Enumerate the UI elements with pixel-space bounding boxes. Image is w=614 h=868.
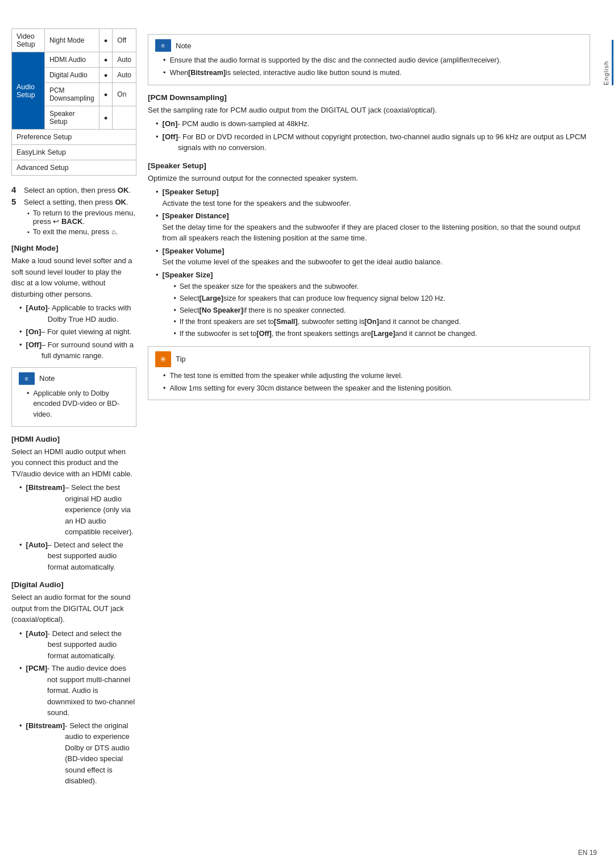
sidebar-item-video-setup[interactable]: Video Setup: [12, 29, 45, 52]
list-item: [Speaker Volume] Set the volume level of…: [156, 246, 590, 268]
menu-item-digital-audio: Digital Audio: [44, 68, 99, 83]
night-mode-section: [Night Mode] Make a loud sound level sof…: [11, 244, 136, 362]
list-item: [Auto] – Detect and select the best supp…: [19, 539, 136, 573]
list-item: [Bitstream] - Select the original audio …: [19, 720, 136, 787]
main-content: ≡ Note Ensure that the audio format is s…: [136, 17, 601, 851]
list-item: [Auto] - Applicable to tracks with Dolby…: [19, 302, 136, 325]
menu-dot-hdmi: ●: [99, 52, 113, 68]
note-title-1: Note: [39, 374, 55, 383]
list-item: If the front speakers are set to [Small]…: [174, 317, 477, 327]
home-icon: ⌂: [111, 227, 116, 236]
menu-item-pcm: PCM Downsampling: [44, 83, 99, 106]
note-list-1: Applicable only to Dolby encoded DVD-vid…: [27, 388, 129, 420]
bullet-back: •: [27, 210, 30, 217]
list-item: [Auto] - Detect and select the best supp…: [19, 628, 136, 662]
list-item: [On] - PCM audio is down-sampled at 48kH…: [156, 118, 590, 130]
list-item: Select [Large] size for speakers that ca…: [174, 293, 477, 304]
list-item: [On] – For quiet viewing at night.: [19, 326, 136, 338]
list-item: Ensure that the audio format is supporte…: [163, 55, 583, 66]
menu-value-speaker: [113, 106, 136, 130]
sidebar-item-audio-setup[interactable]: Audio Setup: [12, 52, 45, 130]
speaker-setup-bullets: [Speaker Setup] Activate the test tone f…: [156, 186, 590, 340]
step-num-5: 5: [11, 197, 19, 206]
menu-dot-digital: ●: [99, 68, 113, 83]
hdmi-audio-title: [HDMI Audio]: [11, 435, 136, 443]
digital-audio-title: [Digital Audio]: [11, 580, 136, 589]
sidebar: Video Setup Night Mode ● Off Audio Setup…: [0, 17, 136, 851]
page-footer: EN 19: [578, 849, 597, 857]
two-col-layout: ≡ Note Ensure that the audio format is s…: [148, 28, 590, 406]
sub-step-back: • To return to the previous menu, press …: [27, 209, 136, 226]
note-header-1: ≡ Note: [19, 372, 129, 385]
sub-step-home-text: To exit the menu, press ⌂.: [33, 227, 118, 236]
tip-title: Tip: [176, 355, 186, 363]
hdmi-audio-bullets: [Bitstream] – Select the best original H…: [19, 482, 136, 572]
menu-dot-speaker: ●: [99, 106, 113, 130]
step-text-5: Select a setting, then press OK.: [24, 198, 128, 206]
tip-box: ✳ Tip The test tone is emitted from the …: [148, 346, 590, 401]
list-item: Allow 1ms setting for every 30cm distanc…: [163, 383, 583, 394]
note-title-2: Note: [176, 41, 191, 50]
menu-value-on: On: [113, 83, 136, 106]
night-mode-body: Make a loud sound level softer and a sof…: [11, 255, 136, 300]
sidebar-item-easylink-setup[interactable]: EasyLink Setup: [12, 145, 136, 160]
note-list-2: Ensure that the audio format is supporte…: [163, 55, 583, 78]
pcm-section: [PCM Downsampling] Set the sampling rate…: [148, 93, 590, 153]
list-item: [Off] – For surround sound with a full d…: [19, 339, 136, 362]
digital-audio-body: Select an audio format for the sound out…: [11, 592, 136, 625]
note-header-2: ≡ Note: [155, 39, 583, 52]
hdmi-audio-section: [HDMI Audio] Select an HDMI audio output…: [11, 435, 136, 573]
pcm-bullets: [On] - PCM audio is down-sampled at 48kH…: [156, 118, 590, 153]
list-item: [Speaker Setup] Activate the test tone f…: [156, 186, 590, 209]
menu-value-off: Off: [113, 29, 136, 52]
step-5: 5 Select a setting, then press OK.: [11, 197, 136, 206]
pcm-title: [PCM Downsampling]: [148, 93, 590, 102]
sub-steps: • To return to the previous menu, press …: [27, 209, 136, 236]
col-right: ≡ Note Ensure that the audio format is s…: [148, 28, 590, 406]
sub-step-back-text: To return to the previous menu, press ↩ …: [33, 209, 136, 226]
speaker-setup-section: [Speaker Setup] Optimize the surround ou…: [148, 161, 590, 340]
list-item: [Off] - For BD or DVD recorded in LPCM w…: [156, 131, 590, 153]
list-item: Applicable only to Dolby encoded DVD-vid…: [27, 388, 129, 420]
note-icon-1: ≡: [19, 372, 35, 385]
list-item: When [Bitstream] is selected, interactiv…: [163, 68, 583, 78]
list-item: [Speaker Distance] Set the delay time fo…: [156, 210, 590, 244]
tip-header: ✳ Tip: [155, 351, 583, 367]
list-item: Set the speaker size for the speakers an…: [174, 281, 477, 292]
sub-step-home: • To exit the menu, press ⌂.: [27, 227, 136, 236]
hdmi-audio-body: Select an HDMI audio output when you con…: [11, 446, 136, 480]
step-4: 4 Select an option, then press OK.: [11, 185, 136, 194]
list-item: If the subwoofer is set to [Off], the fr…: [174, 329, 477, 339]
vertical-sidebar: English: [601, 17, 614, 851]
bullet-home: •: [27, 229, 30, 235]
speaker-size-sub-bullets: Set the speaker size for the speakers an…: [174, 281, 477, 339]
speaker-setup-body: Optimize the surround output for the con…: [148, 173, 590, 184]
note-icon-2: ≡: [155, 39, 171, 52]
step-text-4: Select an option, then press OK.: [24, 186, 131, 194]
menu-value-auto1: Auto: [113, 52, 136, 68]
list-item: The test tone is emitted from the speake…: [163, 371, 583, 381]
menu-item-hdmi-audio: HDMI Audio: [44, 52, 99, 68]
note-box-1: ≡ Note Applicable only to Dolby encoded …: [11, 367, 136, 427]
digital-audio-bullets: [Auto] - Detect and select the best supp…: [19, 628, 136, 787]
list-item: [Bitstream] – Select the best original H…: [19, 482, 136, 538]
pcm-body: Set the sampling rate for PCM audio outp…: [148, 105, 590, 116]
menu-dot: ●: [99, 29, 113, 52]
tip-icon: ✳: [155, 351, 171, 367]
menu-item-speaker-setup: Speaker Setup: [44, 106, 99, 130]
digital-audio-section: [Digital Audio] Select an audio format f…: [11, 580, 136, 787]
list-item: [PCM] - The audio device does not suppor…: [19, 663, 136, 719]
speaker-setup-title: [Speaker Setup]: [148, 161, 590, 170]
menu-item-night-mode: Night Mode: [44, 29, 99, 52]
page-number: EN 19: [578, 849, 597, 857]
sidebar-item-advanced-setup[interactable]: Advanced Setup: [12, 160, 136, 176]
night-mode-bullets: [Auto] - Applicable to tracks with Dolby…: [19, 302, 136, 362]
tip-list: The test tone is emitted from the speake…: [163, 371, 583, 394]
menu-dot-pcm: ●: [99, 83, 113, 106]
night-mode-title: [Night Mode]: [11, 244, 136, 252]
sidebar-item-preference-setup[interactable]: Preference Setup: [12, 130, 136, 145]
step-num-4: 4: [11, 185, 19, 194]
note-box-2: ≡ Note Ensure that the audio format is s…: [148, 34, 590, 85]
steps-section: 4 Select an option, then press OK. 5 Sel…: [11, 185, 136, 236]
menu-value-auto2: Auto: [113, 68, 136, 83]
